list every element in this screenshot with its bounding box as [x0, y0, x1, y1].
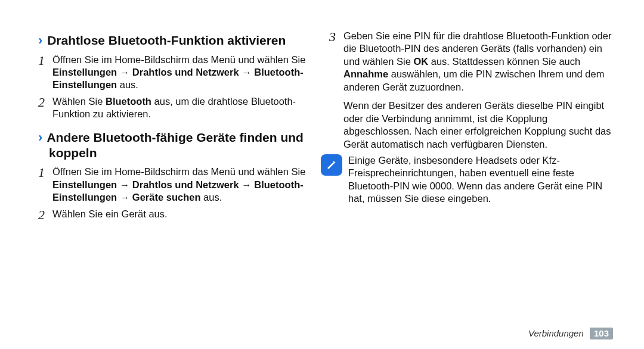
- step-find-2: 2 Wählen Sie ein Gerät aus.: [31, 208, 306, 220]
- step-number: 1: [38, 52, 45, 70]
- heading-activate-bluetooth: › Drahtlose Bluetooth-Funktion aktiviere…: [49, 32, 306, 49]
- step-text: Öffnen Sie im Home-Bildschirm das Menü u…: [52, 54, 305, 91]
- heading-text: Drahtlose Bluetooth-Funktion aktivieren: [47, 33, 286, 47]
- heading-text: Andere Bluetooth-fähige Geräte finden un…: [47, 130, 304, 160]
- note-text: Einige Geräte, insbesondere Headsets ode…: [348, 154, 613, 205]
- steps-find-pair: 1 Öffnen Sie im Home-Bildschirm das Menü…: [31, 166, 306, 220]
- step-activate-1: 1 Öffnen Sie im Home-Bildschirm das Menü…: [31, 54, 306, 92]
- page-footer: Verbindungen 103: [528, 328, 613, 338]
- step-text-line1: Geben Sie eine PIN für die drahtlose Blu…: [343, 30, 611, 92]
- note-block: Einige Geräte, insbesondere Headsets ode…: [322, 154, 613, 205]
- step-number: 3: [329, 29, 336, 46]
- step-text: Wählen Sie ein Gerät aus.: [52, 208, 168, 219]
- left-column: › Drahtlose Bluetooth-Funktion aktiviere…: [31, 30, 322, 342]
- heading-find-pair: › Andere Bluetooth-fähige Geräte finden …: [49, 129, 306, 161]
- step-text: Wählen Sie Bluetooth aus, um die drahtlo…: [52, 96, 296, 119]
- right-column: 3 Geben Sie eine PIN für die drahtlose B…: [322, 30, 613, 342]
- footer-page-number: 103: [590, 328, 613, 339]
- step-pin-entry: 3 Geben Sie eine PIN für die drahtlose B…: [343, 30, 613, 94]
- step-number: 2: [38, 94, 45, 111]
- footer-section: Verbindungen: [528, 328, 584, 338]
- step-text: Öffnen Sie im Home-Bildschirm das Menü u…: [52, 166, 305, 202]
- step-number: 1: [38, 164, 45, 182]
- step-number: 2: [38, 207, 45, 224]
- step-find-1: 1 Öffnen Sie im Home-Bildschirm das Menü…: [31, 166, 306, 204]
- note-icon: [321, 154, 342, 176]
- step-pin-result: Wenn der Besitzer des anderen Geräts die…: [343, 99, 613, 151]
- chevron-right-icon: ›: [38, 33, 42, 48]
- step-activate-2: 2 Wählen Sie Bluetooth aus, um die draht…: [31, 95, 306, 121]
- chevron-right-icon: ›: [38, 130, 42, 145]
- steps-activate: 1 Öffnen Sie im Home-Bildschirm das Menü…: [31, 54, 306, 121]
- pencil-note-icon: [325, 158, 338, 172]
- page-root: › Drahtlose Bluetooth-Funktion aktiviere…: [0, 0, 644, 349]
